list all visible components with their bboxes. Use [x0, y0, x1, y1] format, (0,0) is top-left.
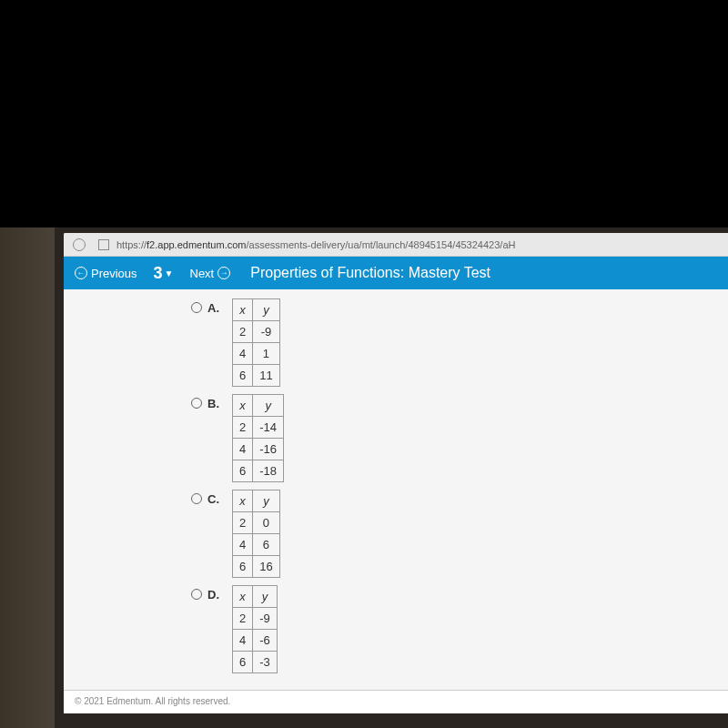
xy-table: xy2-144-166-18: [232, 394, 284, 482]
table-row: 20: [233, 512, 280, 534]
footer-copyright: © 2021 Edmentum. All rights reserved.: [64, 690, 728, 713]
y-value: 0: [253, 512, 279, 534]
y-value: -3: [253, 652, 278, 673]
table-row: 611: [233, 365, 280, 387]
y-header: y: [253, 299, 279, 321]
y-value: -18: [253, 460, 284, 482]
table-row: 6-18: [233, 460, 284, 482]
table-row: 616: [233, 556, 280, 578]
x-value: 6: [233, 365, 253, 387]
table-row: 4-6: [233, 630, 278, 652]
option-label: D.: [207, 588, 219, 602]
next-button[interactable]: Next →: [190, 267, 231, 280]
table-row: 6-3: [233, 652, 278, 673]
answer-option[interactable]: A.xy2-941611: [191, 298, 728, 387]
site-info-icon[interactable]: [98, 239, 109, 250]
next-label: Next: [190, 267, 215, 280]
option-label: C.: [207, 492, 219, 506]
x-value: 2: [233, 608, 253, 630]
option-label: B.: [207, 397, 219, 410]
y-value: -16: [253, 439, 284, 460]
y-value: 16: [253, 556, 279, 578]
y-value: -14: [253, 417, 284, 439]
left-edge: [0, 228, 55, 728]
x-value: 2: [233, 321, 253, 343]
laptop-screen: https://f2.app.edmentum.com/assessments-…: [64, 233, 728, 713]
x-value: 2: [233, 417, 253, 439]
arrow-right-icon: →: [217, 267, 230, 279]
url-protocol: https://: [116, 239, 147, 250]
table-row: 41: [233, 343, 280, 365]
radio-button[interactable]: [191, 493, 202, 504]
y-value: -9: [253, 321, 279, 343]
xy-table: xy2-941611: [232, 298, 280, 387]
answer-option[interactable]: C.xy2046616: [191, 490, 728, 578]
x-header: x: [233, 490, 253, 512]
question-number-dropdown[interactable]: 3 ▼: [154, 264, 174, 283]
x-header: x: [233, 395, 253, 417]
x-value: 2: [233, 512, 253, 534]
table-row: 46: [233, 534, 280, 556]
table-row: 2-14: [233, 417, 284, 439]
x-value: 4: [233, 343, 253, 365]
assessment-title: Properties of Functions: Mastery Test: [250, 265, 490, 281]
y-value: -9: [253, 608, 278, 630]
chevron-down-icon: ▼: [165, 268, 174, 278]
x-value: 4: [233, 630, 253, 652]
url-domain: f2.app.edmentum.com: [147, 239, 246, 250]
y-value: 11: [253, 365, 279, 387]
radio-button[interactable]: [191, 398, 202, 409]
url-display: https://f2.app.edmentum.com/assessments-…: [116, 239, 515, 250]
previous-label: Previous: [91, 267, 137, 280]
xy-table: xy2-94-66-3: [232, 585, 278, 673]
black-background: [0, 0, 728, 228]
x-header: x: [233, 586, 253, 608]
x-header: x: [233, 299, 253, 321]
y-header: y: [253, 586, 278, 608]
table-row: 2-9: [233, 608, 278, 630]
arrow-left-icon: ←: [75, 267, 87, 279]
answer-option[interactable]: D.xy2-94-66-3: [191, 585, 728, 673]
browser-toolbar: https://f2.app.edmentum.com/assessments-…: [64, 233, 728, 257]
table-row: 2-9: [233, 321, 280, 343]
question-number: 3: [154, 264, 163, 283]
y-header: y: [253, 395, 284, 417]
radio-button[interactable]: [191, 589, 202, 600]
x-value: 6: [233, 652, 253, 673]
y-value: 1: [253, 343, 279, 365]
x-value: 6: [233, 556, 253, 578]
y-header: y: [253, 490, 279, 512]
y-value: -6: [253, 630, 278, 652]
option-label: A.: [207, 301, 219, 315]
xy-table: xy2046616: [232, 490, 280, 578]
answer-option[interactable]: B.xy2-144-166-18: [191, 394, 728, 482]
y-value: 6: [253, 534, 279, 556]
table-row: 4-16: [233, 439, 284, 460]
assessment-nav-bar: ← Previous 3 ▼ Next → Properties of Func…: [64, 257, 728, 289]
url-path: /assessments-delivery/ua/mt/launch/48945…: [246, 239, 515, 250]
radio-button[interactable]: [191, 302, 202, 313]
x-value: 4: [233, 439, 253, 460]
refresh-icon[interactable]: [73, 238, 86, 251]
x-value: 6: [233, 460, 253, 482]
previous-button[interactable]: ← Previous: [75, 267, 137, 280]
question-content: A.xy2-941611B.xy2-144-166-18C.xy2046616D…: [64, 289, 728, 690]
x-value: 4: [233, 534, 253, 556]
